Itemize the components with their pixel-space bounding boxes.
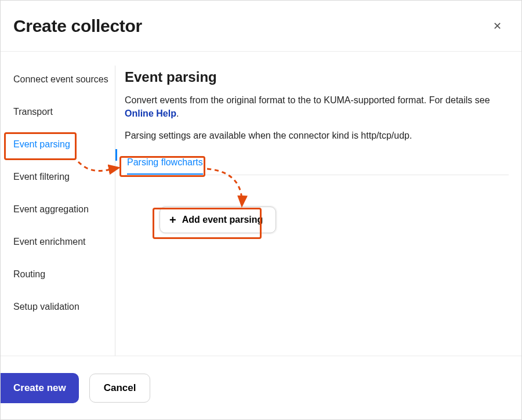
- tab-row: Parsing flowcharts: [125, 155, 509, 175]
- content-heading: Event parsing: [125, 69, 509, 85]
- tab-parsing-flowcharts[interactable]: Parsing flowcharts: [127, 155, 203, 175]
- content-panel: Event parsing Convert events from the or…: [115, 66, 521, 356]
- sidebar-item-event-enrichment[interactable]: Event enrichment: [1, 228, 115, 256]
- sidebar-item-setup-validation[interactable]: Setup validation: [1, 293, 115, 321]
- dialog-footer: Create new Cancel: [1, 356, 521, 419]
- dialog-frame: Create collector ✕ Connect event sources…: [0, 0, 522, 420]
- online-help-link[interactable]: Online Help: [125, 108, 176, 118]
- dialog-header: Create collector ✕: [1, 1, 521, 52]
- plus-icon: +: [169, 214, 176, 226]
- cancel-button[interactable]: Cancel: [89, 374, 151, 403]
- close-icon[interactable]: ✕: [490, 17, 505, 35]
- add-event-parsing-button[interactable]: + Add event parsing: [160, 207, 276, 233]
- sidebar-item-connect-sources[interactable]: Connect event sources: [1, 66, 115, 93]
- wizard-sidebar: Connect event sources Transport Event pa…: [1, 66, 115, 356]
- content-note: Parsing settings are available when the …: [125, 131, 509, 141]
- dialog-title: Create collector: [13, 16, 142, 36]
- add-area: + Add event parsing: [125, 175, 509, 233]
- sidebar-item-event-parsing[interactable]: Event parsing: [1, 131, 115, 158]
- sidebar-item-transport[interactable]: Transport: [1, 98, 115, 126]
- sidebar-item-event-aggregation[interactable]: Event aggregation: [1, 195, 115, 223]
- active-tab-indicator: [115, 149, 117, 161]
- sidebar-item-routing[interactable]: Routing: [1, 260, 115, 288]
- add-button-label: Add event parsing: [182, 215, 263, 225]
- desc-text-pre: Convert events from the original format …: [125, 95, 490, 105]
- content-description: Convert events from the original format …: [125, 93, 509, 120]
- sidebar-item-event-filtering[interactable]: Event filtering: [1, 163, 115, 191]
- desc-text-post: .: [176, 108, 179, 118]
- dialog-body: Connect event sources Transport Event pa…: [1, 52, 521, 356]
- create-new-button[interactable]: Create new: [1, 373, 79, 403]
